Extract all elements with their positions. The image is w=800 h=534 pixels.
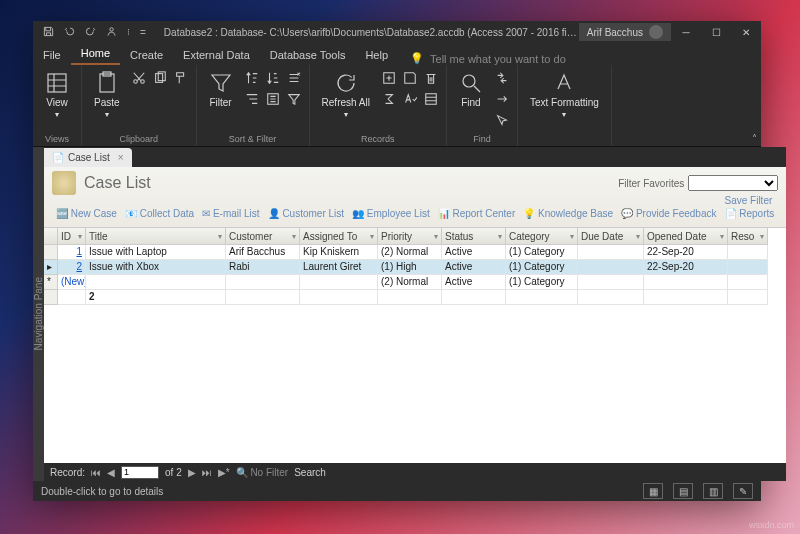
tab-external-data[interactable]: External Data	[173, 46, 260, 65]
col-header[interactable]: Opened Date▾	[644, 228, 728, 245]
table-cell[interactable]	[728, 260, 768, 275]
view-button[interactable]: View ▾	[39, 69, 75, 121]
cut-icon[interactable]	[130, 69, 148, 87]
table-cell[interactable]: Arif Bacchus	[226, 245, 300, 260]
cmd-report-center[interactable]: 📊 Report Center	[438, 208, 516, 219]
table-cell[interactable]	[728, 245, 768, 260]
table-cell[interactable]: Issue with Laptop	[86, 245, 226, 260]
table-cell[interactable]: Kip Kniskern	[300, 245, 378, 260]
table-cell[interactable]	[86, 275, 226, 290]
table-cell[interactable]: Laurent Giret	[300, 260, 378, 275]
new-record-nav-icon[interactable]: ▶*	[218, 467, 230, 478]
cmd-knowledge-base[interactable]: 💡 Knowledge Base	[523, 208, 613, 219]
totals-icon[interactable]	[380, 90, 398, 108]
col-header[interactable]: Assigned To▾	[300, 228, 378, 245]
table-cell[interactable]	[644, 275, 728, 290]
more-records-icon[interactable]	[422, 90, 440, 108]
table-cell[interactable]: 22-Sep-20	[644, 260, 728, 275]
filter-button[interactable]: Filter	[203, 69, 239, 110]
col-header[interactable]: Title▾	[86, 228, 226, 245]
save-filter-link[interactable]: Save Filter	[52, 195, 778, 206]
next-record-icon[interactable]: ▶	[188, 467, 196, 478]
table-cell[interactable]: (1) Category	[506, 275, 578, 290]
undo-icon[interactable]	[64, 26, 75, 39]
table-cell[interactable]	[300, 275, 378, 290]
col-header[interactable]: Customer▾	[226, 228, 300, 245]
last-record-icon[interactable]: ⏭	[202, 467, 212, 478]
col-header[interactable]	[44, 228, 58, 245]
table-cell[interactable]	[578, 260, 644, 275]
cmd-email-list[interactable]: ✉ E-mail List	[202, 208, 259, 219]
table-cell[interactable]: (1) High	[378, 260, 442, 275]
form-view-button[interactable]: ▤	[673, 483, 693, 499]
account-icon[interactable]	[106, 26, 117, 39]
filter-favorites-select[interactable]	[688, 175, 778, 191]
table-cell[interactable]: (2) Normal	[378, 275, 442, 290]
tab-create[interactable]: Create	[120, 46, 173, 65]
navigation-pane-collapsed[interactable]: Navigation Pane	[33, 147, 44, 481]
col-header[interactable]: Reso▾	[728, 228, 768, 245]
redo-icon[interactable]	[85, 26, 96, 39]
col-header[interactable]: ID▾	[58, 228, 86, 245]
paste-button[interactable]: Paste ▾	[88, 69, 126, 121]
row-selector[interactable]: *	[44, 275, 58, 290]
new-record-icon[interactable]	[380, 69, 398, 87]
no-filter-indicator[interactable]: 🔍 No Filter	[236, 467, 289, 478]
table-cell[interactable]	[578, 275, 644, 290]
col-header[interactable]: Priority▾	[378, 228, 442, 245]
datasheet-view-button[interactable]: ▦	[643, 483, 663, 499]
table-cell[interactable]: Issue with Xbox	[86, 260, 226, 275]
text-formatting-button[interactable]: Text Formatting ▾	[524, 69, 605, 121]
selection-icon[interactable]	[243, 90, 261, 108]
close-tab-icon[interactable]: ×	[118, 152, 124, 163]
table-cell[interactable]: Active	[442, 275, 506, 290]
cmd-collect-data[interactable]: 📧 Collect Data	[125, 208, 194, 219]
goto-icon[interactable]	[493, 90, 511, 108]
table-cell[interactable]	[728, 275, 768, 290]
design-view-button[interactable]: ✎	[733, 483, 753, 499]
format-painter-icon[interactable]	[172, 69, 190, 87]
qat-overflow-icon[interactable]: ⁝	[127, 27, 130, 37]
record-position-input[interactable]	[121, 466, 159, 479]
tab-file[interactable]: File	[33, 46, 71, 65]
tell-me-search[interactable]: 💡 Tell me what you want to do	[398, 52, 761, 65]
cmd-customer-list[interactable]: 👤 Customer List	[268, 208, 344, 219]
save-icon[interactable]	[43, 26, 54, 39]
spelling-icon[interactable]	[401, 90, 419, 108]
delete-record-icon[interactable]	[422, 69, 440, 87]
first-record-icon[interactable]: ⏮	[91, 467, 101, 478]
col-header[interactable]: Category▾	[506, 228, 578, 245]
clear-sort-icon[interactable]	[285, 69, 303, 87]
select-icon[interactable]	[493, 111, 511, 129]
close-button[interactable]: ✕	[731, 21, 761, 43]
collapse-ribbon-icon[interactable]: ˄	[752, 133, 757, 144]
advanced-icon[interactable]	[264, 90, 282, 108]
cmd-employee-list[interactable]: 👥 Employee List	[352, 208, 430, 219]
table-cell[interactable]: Active	[442, 245, 506, 260]
table-cell[interactable]: (2) Normal	[378, 245, 442, 260]
table-cell[interactable]: Rabi	[226, 260, 300, 275]
tab-help[interactable]: Help	[355, 46, 398, 65]
tab-home[interactable]: Home	[71, 44, 120, 65]
refresh-all-button[interactable]: Refresh All ▾	[316, 69, 376, 121]
table-cell[interactable]: (New)	[58, 275, 86, 290]
sort-asc-icon[interactable]	[243, 69, 261, 87]
tab-database-tools[interactable]: Database Tools	[260, 46, 356, 65]
cmd-provide-feedback[interactable]: 💬 Provide Feedback	[621, 208, 716, 219]
cmd-reports[interactable]: 📄 Reports	[725, 208, 775, 219]
find-button[interactable]: Find	[453, 69, 489, 110]
col-header[interactable]: Due Date▾	[578, 228, 644, 245]
toggle-filter-icon[interactable]	[285, 90, 303, 108]
table-cell[interactable]: 1	[58, 245, 86, 260]
col-header[interactable]: Status▾	[442, 228, 506, 245]
table-cell[interactable]: (1) Category	[506, 260, 578, 275]
table-cell[interactable]: 2	[58, 260, 86, 275]
replace-icon[interactable]	[493, 69, 511, 87]
maximize-button[interactable]: ☐	[701, 21, 731, 43]
table-cell[interactable]: (1) Category	[506, 245, 578, 260]
layout-view-button[interactable]: ▥	[703, 483, 723, 499]
object-tab-case-list[interactable]: 📄 Case List ×	[44, 148, 132, 167]
minimize-button[interactable]: ─	[671, 21, 701, 43]
copy-icon[interactable]	[151, 69, 169, 87]
table-cell[interactable]: 22-Sep-20	[644, 245, 728, 260]
